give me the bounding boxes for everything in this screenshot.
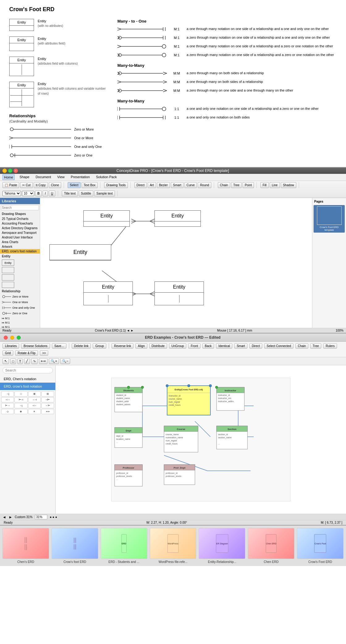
mac-distribute-btn[interactable]: Distribute [149,343,167,349]
thumb-chen-erd[interactable]: Chen ERD Chen ERD [248,528,294,564]
mac-tool-15[interactable]: ≡ [28,409,41,414]
cd-select-btn[interactable]: Select [68,182,81,188]
cd-bezier-btn[interactable]: Bezier [157,182,170,188]
cd-subtitle-btn[interactable]: Subtitle [79,191,93,196]
cd-sidebar-zero-one[interactable]: Zero or One [0,311,40,316]
mac-tool-8[interactable]: ⊣⊢ [41,397,54,402]
cd-line-btn[interactable]: Line [270,182,280,188]
mac-canvas[interactable]: Students student_id student_name student… [56,365,346,514]
cd-direct-btn[interactable]: Direct [134,182,147,188]
cd-sidebar-area-charts[interactable]: Area Charts [0,240,40,244]
mac-reverse-btn[interactable]: Reverse link [112,343,133,349]
mac-curve-icon-btn[interactable]: ∿ [31,358,38,364]
mac-tool-3[interactable]: ⊞ [28,391,41,397]
cd-cut-btn[interactable]: ✂ Cut [20,182,32,188]
cd-fill-btn[interactable]: Fill [260,182,269,188]
cd-textbox-btn[interactable]: Text Box [82,182,98,188]
cd-drawing-tools-btn[interactable]: Drawing Tools [104,182,128,188]
cd-point-btn[interactable]: Point [243,182,254,188]
mac-tool-4[interactable]: ⊟ [41,391,54,397]
mac-grid-btn[interactable]: Grid [2,350,13,356]
mac-back-btn[interactable]: Back [202,343,214,349]
mac-nav-next[interactable]: ► [9,515,12,519]
mac-tool-11[interactable]: ⊣← [28,403,41,408]
cd-page-thumb-1[interactable]: Crow's Foot ERD template [314,205,345,233]
cd-menu-presentation[interactable]: Presentation [70,174,91,180]
mac-chain-btn[interactable]: Chain [295,343,308,349]
mac-save-btn[interactable]: Save... [52,343,66,349]
mac-tool-2[interactable]: □ [15,391,27,397]
cd-canvas-entity-bottom-left[interactable]: Entity [83,281,133,305]
mac-tree-btn[interactable]: Tree [310,343,321,349]
cd-sidebar-zero-more[interactable]: Zero or More [0,294,40,299]
mac-zoom-out-btn[interactable]: 🔍− [60,358,70,364]
cd-menu-home[interactable]: Home [2,174,15,180]
cd-canvas-entity-bottom-right[interactable]: Entity [154,281,204,305]
mac-rect-icon-btn[interactable]: □ [10,358,16,364]
cd-canvas-entity-top-right[interactable]: Entity [154,210,201,227]
cd-sidebar-accounting[interactable]: Accounting Flowcharts [0,221,40,226]
cd-curve-btn[interactable]: Curve [184,182,197,188]
mac-sidebar-crowsfoot[interactable]: ERD, crow's foot notation [0,383,55,390]
mac-connect-icon-btn[interactable]: ⟷ [39,358,48,364]
mac-align-btn[interactable]: Align [135,343,147,349]
cd-sample-btn[interactable]: Sample text [94,191,115,196]
cd-close-btn[interactable]: × [14,169,18,173]
cd-paste-btn[interactable]: 📋 Paste [2,182,19,188]
mac-tool-7[interactable]: →⊣ [28,397,41,402]
cd-font-select[interactable]: Tahoma [2,191,21,196]
mac-direct-btn[interactable]: Direct [249,343,262,349]
cd-sidebar-entity-2[interactable] [0,266,40,274]
mac-tool-12[interactable]: ←⊢ [41,403,54,408]
mac-delete-link-btn[interactable]: Delete link [72,343,91,349]
cd-underline-btn[interactable]: U [49,191,55,196]
cd-round-btn[interactable]: Round [198,182,211,188]
mac-libraries-btn[interactable]: Libraries [2,343,19,349]
mac-zoom-in-btn[interactable]: 🔍+ [49,358,59,364]
thumb-wordpress-erd[interactable]: WordPress WordPress file-refe... [150,528,196,564]
cd-fontsize-select[interactable]: 10 [22,191,34,196]
mac-tool-16[interactable]: ⟺ [41,409,54,414]
cd-copy-btn[interactable]: ⎘ Copy [34,182,48,188]
mac-tool-1[interactable]: →| [1,391,14,397]
cd-sidebar-m1-2[interactable]: ↦ M:1 [0,320,40,325]
mac-smart-btn[interactable]: Smart [234,343,247,349]
cd-sidebar-erd-section[interactable]: ERD, crow's foot notation [0,249,40,254]
mac-close-btn[interactable] [4,336,8,340]
cd-canvas[interactable]: Entity Entity Entity Entity [40,198,312,328]
mac-search-input[interactable] [2,367,53,373]
cd-sidebar-orcharts[interactable]: 25 Typical Orcharts [0,217,40,221]
cd-canvas-entity-top-left[interactable]: Entity [83,210,130,227]
cd-sidebar-entity-3[interactable] [0,274,40,281]
cd-clone-btn[interactable]: Clone [49,182,61,188]
cd-italic-btn[interactable]: I [43,191,48,196]
mac-identical-btn[interactable]: Identical [216,343,232,349]
mac-group-btn[interactable]: Group [93,343,106,349]
mac-rotate-btn[interactable]: Rotate & Flip [15,350,38,356]
cd-chain-btn[interactable]: Chain [218,182,230,188]
cd-minimize-btn[interactable]: − [2,169,7,173]
cd-title-text-btn[interactable]: Title text [62,191,78,196]
mac-select-connected-btn[interactable]: Select Connected [264,343,293,349]
cd-sidebar-one-only[interactable]: One and only One [0,305,40,311]
mac-rulers-btn[interactable]: Rulers [323,343,337,349]
mac-sidebar-chens[interactable]: ERD, Chen's notation [0,375,55,383]
cd-menu-solution[interactable]: Solution Pack [95,174,118,180]
cd-sidebar-drawing-shapes[interactable]: Drawing Shapes [0,211,40,217]
cd-sidebar-artwork[interactable]: Artwork [0,244,40,249]
thumb-entity-rel[interactable]: ER Diagram Entity-Relationship... [199,528,245,564]
mac-tool-5[interactable]: ⊣→ [1,397,14,402]
thumb-chens-erd[interactable]: Chen's ERD [2,528,49,564]
cd-maximize-btn[interactable]: □ [8,169,12,173]
cd-sidebar-aerospace[interactable]: Aerospace and Transport [0,230,40,235]
mac-nav-prev[interactable]: ◄ [2,515,6,519]
mac-tool-10[interactable]: →| [15,403,27,408]
mac-browse-btn[interactable]: Browse Solutions [21,343,50,349]
thumb-crowsfoot-erd-2[interactable]: Crow's Foot Crow's Foot ERD [297,528,344,564]
mac-more-btn[interactable]: >> [40,350,49,356]
mac-select-icon-btn[interactable]: ↖ [2,358,9,364]
cd-canvas-entity-middle[interactable]: Entity [49,244,111,260]
cd-menu-document[interactable]: Document [34,174,52,180]
cd-sidebar-active-dir[interactable]: Active Directory Diagrams [0,226,40,230]
cd-menu-view[interactable]: View [56,174,66,180]
